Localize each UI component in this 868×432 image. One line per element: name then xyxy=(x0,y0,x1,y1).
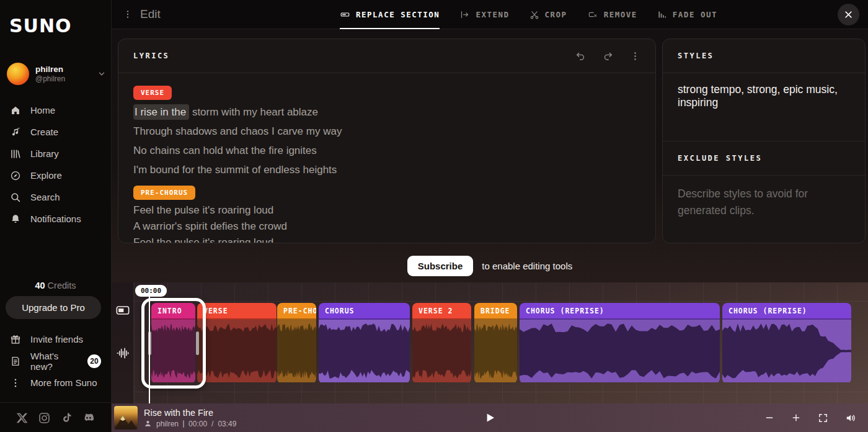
timeline-section-waveform xyxy=(277,320,316,382)
sidebar: SUNO philren @philren HomeCreateLibraryE… xyxy=(0,0,112,432)
redo-icon[interactable] xyxy=(603,51,613,61)
volume-icon[interactable] xyxy=(845,412,857,424)
sidebar-item-label: Library xyxy=(30,148,59,159)
timeline-section-header: PRE-CHO... xyxy=(277,303,316,320)
timeline-section-label: BRIDGE xyxy=(474,307,510,315)
playhead-time-badge: 00:00 xyxy=(135,285,167,297)
edit-menu-icon[interactable] xyxy=(123,8,133,20)
sidebar-item-more-from-suno[interactable]: More from Suno xyxy=(0,372,111,394)
styles-input[interactable]: strong tempo, strong, epic music, inspir… xyxy=(663,73,865,142)
lyrics-line: I'm bound for the summit of endless heig… xyxy=(133,160,640,179)
close-button[interactable] xyxy=(838,4,859,25)
edit-toolbar: Edit REPLACE SECTIONEXTENDCROPREMOVEFADE… xyxy=(112,0,868,29)
subscribe-button[interactable]: Subscribe xyxy=(407,256,474,276)
discord-icon[interactable] xyxy=(82,408,95,427)
timeline-section-waveform xyxy=(474,320,517,382)
section-selection-frame[interactable] xyxy=(141,298,206,389)
player-controls xyxy=(764,412,857,424)
timeline-section-waveform xyxy=(197,320,277,382)
lyrics-header: LYRICS xyxy=(118,39,655,73)
library-icon xyxy=(10,148,21,160)
tab-label: REPLACE SECTION xyxy=(356,10,440,19)
lyrics-line: A warrior's spirit defies the crowd xyxy=(133,218,640,235)
credits: 40Credits xyxy=(0,281,111,290)
album-art[interactable] xyxy=(114,406,138,430)
sidebar-item-notifications[interactable]: Notifications xyxy=(0,208,111,230)
tiktok-icon[interactable] xyxy=(60,408,73,427)
user-menu[interactable]: philren @philren xyxy=(7,63,106,85)
timeline-section-bridge[interactable]: BRIDGE xyxy=(474,303,517,384)
lyrics-section: PRE-CHORUSFeel the pulse it's roaring lo… xyxy=(133,179,640,243)
waveform-view-icon[interactable] xyxy=(116,346,130,360)
tab-label: CROP xyxy=(545,10,567,19)
timeline-section-label: PRE-CHO... xyxy=(277,307,316,315)
sidebar-item-what-s-new-[interactable]: What's new?20 xyxy=(0,350,111,372)
tab-crop[interactable]: CROP xyxy=(529,0,567,29)
fullscreen-icon[interactable] xyxy=(818,413,828,423)
avatar[interactable] xyxy=(7,63,29,85)
play-button[interactable] xyxy=(484,412,497,425)
player-meta: Rise with the Fire philren 00:00 / 03:49 xyxy=(144,407,236,429)
edit-title: Edit xyxy=(140,7,161,21)
zoom-in-icon[interactable] xyxy=(791,413,801,423)
extend-icon xyxy=(459,10,470,19)
timeline-section-label: CHORUS (REPRISE) xyxy=(722,307,807,315)
crop-icon xyxy=(529,10,539,20)
song-artist: philren xyxy=(156,419,179,429)
sidebar-item-search[interactable]: Search xyxy=(0,186,111,208)
timeline-canvas[interactable]: INTROVERSEPRE-CHO...CHORUSVERSE 2BRIDGEC… xyxy=(134,282,868,403)
timeline-section-chorus-reprise-[interactable]: CHORUS (REPRISE) xyxy=(520,303,720,384)
whats-new-icon xyxy=(10,356,21,367)
timeline-tool-strip xyxy=(112,282,134,403)
lyrics-line: Through shadows and chaos I carve my way xyxy=(133,122,640,141)
sidebar-item-label: Create xyxy=(30,127,58,137)
instagram-icon[interactable] xyxy=(37,408,51,427)
search-icon xyxy=(10,192,21,203)
x-icon[interactable] xyxy=(15,408,29,427)
sidebar-item-library[interactable]: Library xyxy=(0,143,111,164)
sidebar-secondary: Invite friendsWhat's new?20More from Sun… xyxy=(0,328,111,394)
tab-replace-section[interactable]: REPLACE SECTION xyxy=(340,0,440,29)
timeline-section-chorus[interactable]: CHORUS xyxy=(319,303,410,384)
styles-title: STYLES xyxy=(678,52,714,60)
timeline-section-header: VERSE 2 xyxy=(412,303,471,320)
create-icon xyxy=(10,127,21,138)
selection-right-handle[interactable] xyxy=(196,331,199,355)
styles-panel: STYLES strong tempo, strong, epic music,… xyxy=(662,38,866,243)
lyrics-line: I rise in the storm with my heart ablaze xyxy=(133,102,640,122)
sidebar-item-home[interactable]: Home xyxy=(0,99,111,121)
section-tag-chip[interactable]: PRE-CHORUS xyxy=(133,186,195,200)
playhead[interactable] xyxy=(149,296,150,403)
sidebar-item-label: More from Suno xyxy=(30,377,97,388)
styles-header: STYLES xyxy=(663,39,865,73)
timeline-section-verse-2[interactable]: VERSE 2 xyxy=(412,303,471,384)
sidebar-item-explore[interactable]: Explore xyxy=(0,164,111,186)
sidebar-item-invite-friends[interactable]: Invite friends xyxy=(0,328,111,350)
sections-view-icon[interactable] xyxy=(116,305,130,315)
timeline-section-chorus-reprise-[interactable]: CHORUS (REPRISE) xyxy=(722,303,851,384)
undo-icon[interactable] xyxy=(575,51,586,61)
sidebar-item-label: Explore xyxy=(30,170,62,181)
upgrade-to-pro-button[interactable]: Upgrade to Pro xyxy=(6,296,101,319)
tab-fade-out[interactable]: FADE OUT xyxy=(657,0,717,29)
tab-extend[interactable]: EXTEND xyxy=(459,0,509,29)
zoom-out-icon[interactable] xyxy=(764,413,774,423)
remove-icon xyxy=(587,10,598,19)
sidebar-item-label: Home xyxy=(30,105,55,115)
section-tag-chip[interactable]: VERSE xyxy=(133,86,172,100)
timeline-section-label: CHORUS (REPRISE) xyxy=(520,307,604,315)
timeline-section-verse[interactable]: VERSE xyxy=(197,303,277,384)
lyrics-panel: LYRICS VERSEI rise in the storm with my … xyxy=(118,38,656,243)
sidebar-item-create[interactable]: Create xyxy=(0,121,111,143)
song-title: Rise with the Fire xyxy=(144,407,236,419)
song-duration: 03:49 xyxy=(218,419,236,429)
timeline-section-pre-cho-[interactable]: PRE-CHO... xyxy=(277,303,316,384)
replace-section-icon xyxy=(340,10,350,19)
timeline-section-header: VERSE xyxy=(197,303,277,320)
more-icon xyxy=(10,377,21,389)
exclude-styles-input[interactable]: Describe styles to avoid for generated c… xyxy=(663,176,865,229)
tab-remove[interactable]: REMOVE xyxy=(587,0,637,29)
person-icon xyxy=(144,420,152,428)
lyrics-body[interactable]: VERSEI rise in the storm with my heart a… xyxy=(118,73,655,243)
kebab-menu-icon[interactable] xyxy=(630,51,640,61)
